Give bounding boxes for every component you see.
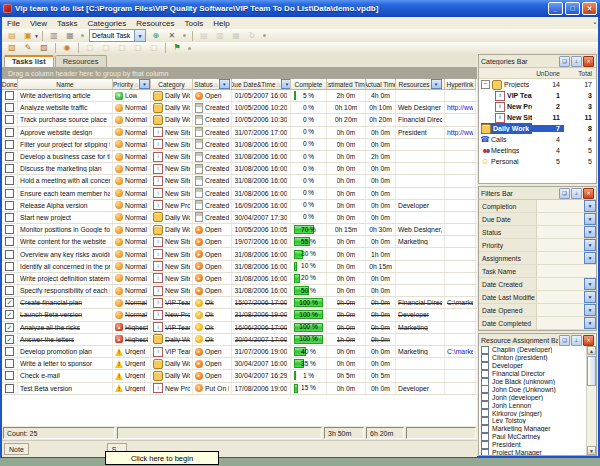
resource-checkbox[interactable] [481,385,489,393]
scroll-up-icon[interactable]: ▲ [587,346,596,355]
done-checkbox[interactable] [5,115,14,124]
menu-tasks[interactable]: Tasks [52,18,82,29]
group-by-bar[interactable]: Drag a column header here to group by th… [2,67,477,79]
filter-dropdown-icon[interactable]: ▼ [584,278,596,290]
done-checkbox[interactable]: ✓ [5,310,14,319]
table-row[interactable]: Ensure each team member has the skillsNo… [2,188,477,200]
resource-checkbox[interactable] [481,354,489,362]
resource-item[interactable]: Joe Black (unknown) [479,378,587,386]
category-item-projects[interactable]: −Projects1417 [479,79,596,90]
column-header-resources[interactable]: Resources▼ [396,79,445,90]
filter-value-field[interactable] [537,304,584,316]
done-checkbox[interactable] [5,91,14,100]
hyperlink[interactable]: http://www.todol [447,129,473,136]
filter-dropdown-icon[interactable]: ▼ [584,304,596,316]
done-checkbox[interactable] [5,274,14,283]
column-header-name[interactable]: Name [18,79,113,90]
menu-overflow-icon[interactable]: ▪ [594,20,596,26]
resource-checkbox[interactable] [481,346,489,354]
table-row[interactable]: Check e-mail!UrgentDaily Work▸Open30/04/… [2,370,477,382]
categories-pin-icon[interactable]: ⊥ [571,56,582,67]
table-row[interactable]: Track purchase source placeNormalDaily W… [2,114,477,126]
filter-dropdown-icon[interactable]: ▼ [431,79,442,89]
category-item-meetings[interactable]: ☻Meetings45 [479,145,596,156]
combo-dropdown-icon[interactable]: ▼ [134,30,145,41]
filter-value-field[interactable] [537,278,584,290]
edit-task-button[interactable]: ✎ [21,42,35,55]
done-checkbox[interactable] [5,347,14,356]
column-header-due-date-time[interactable]: Due Date&Time△▼ [232,79,291,90]
done-checkbox[interactable] [5,152,14,161]
done-checkbox[interactable] [5,140,14,149]
done-checkbox[interactable] [5,176,14,185]
table-row[interactable]: ✓Analyze all the risks▴HighestiVIP Team … [2,322,477,334]
table-row[interactable]: ✓Launch Beta versionNormaliNew Product L… [2,309,477,321]
table-row[interactable]: Overview any key risks avoiding detailsN… [2,248,477,260]
column-header-estimated-time[interactable]: Estimated Time [327,79,366,90]
scroll-down-icon[interactable]: ▼ [587,446,596,455]
table-row[interactable]: Filter your project for slipping tasksNo… [2,139,477,151]
table-row[interactable]: Discuss the marketing planNormaliNew Sit… [2,163,477,175]
table-row[interactable]: Test Beta version!UrgentiNew Product L∥P… [2,383,477,395]
dock-tab-note[interactable]: Note [4,443,29,455]
resource-item[interactable]: Paul McCartney [479,433,587,441]
filters-close-icon[interactable]: ✕ [583,188,594,199]
table-row[interactable]: Analyze website trafficNormalDaily WorkC… [2,102,477,114]
column-header-complete[interactable]: Complete [291,79,327,90]
view-task-button[interactable]: ◉ [60,42,74,55]
resource-item[interactable]: Lev Tolstoy [479,417,587,425]
resource-checkbox[interactable] [481,393,489,401]
filter-dropdown-icon[interactable]: ▼ [219,79,230,89]
filter-dropdown-icon[interactable]: ▼ [584,226,596,238]
menu-view[interactable]: View [25,18,52,29]
tab-resources[interactable]: Resources [55,55,107,67]
done-checkbox[interactable] [5,201,14,210]
close-button[interactable]: ✕ [582,2,597,15]
maximize-button[interactable]: □ [565,2,580,15]
open-dropdown-icon[interactable]: ▼ [34,33,39,39]
table-row[interactable]: Identify all concerned in the projectNor… [2,261,477,273]
task-type-combo[interactable]: Default Task▼ [89,29,146,42]
resource-item[interactable]: Jonh (developer) [479,393,587,401]
done-checkbox[interactable] [5,225,14,234]
column-header-category[interactable]: Category [151,79,193,90]
table-row[interactable]: Develop promotion plan!UrgentiVIP Team P… [2,346,477,358]
category-item-new-product[interactable]: iNew Product23 [479,101,596,112]
print-button[interactable]: ▥ [47,29,61,42]
column-header-done[interactable]: Done [2,79,18,90]
scroll-thumb[interactable] [587,356,596,386]
filter-dropdown-icon[interactable]: ▼ [584,291,596,303]
resource-checkbox[interactable] [481,425,489,433]
categories-close-icon[interactable]: ✕ [583,56,594,67]
filter-dropdown-icon[interactable]: ▼ [139,79,150,89]
resource-item[interactable]: John Doe (Unknown) [479,385,587,393]
table-row[interactable]: Write advertising article▾LowDaily Work▸… [2,90,477,102]
category-item-vip-team-pr[interactable]: iVIP Team Pr13 [479,90,596,101]
done-checkbox[interactable] [5,103,14,112]
table-row[interactable]: Release Alpha versionNormaliNew Product … [2,200,477,212]
minimize-button[interactable]: _ [548,2,563,15]
menu-tools[interactable]: Tools [179,18,208,29]
table-row[interactable]: Write content for the websiteNormaliNew … [2,236,477,248]
resource-item[interactable]: Clinton (president) [479,354,587,362]
done-checkbox[interactable] [5,189,14,198]
column-header-priority[interactable]: Priority△▼ [113,79,151,90]
menu-file[interactable]: File [2,18,25,29]
done-checkbox[interactable] [5,384,14,393]
filter-value-field[interactable] [537,265,596,277]
resource-checkbox[interactable] [481,417,489,425]
done-checkbox[interactable] [5,128,14,137]
table-row[interactable]: Monitor positions in Google for main key… [2,224,477,236]
open-file-button[interactable]: ▣ [21,29,35,42]
filter-value-field[interactable] [537,317,584,329]
category-item-personal[interactable]: ☺Personal55 [479,156,596,167]
resource-item[interactable]: Project Manager [479,449,587,455]
filters-restore-icon[interactable]: ❏ [559,188,570,199]
categories-restore-icon[interactable]: ❏ [559,56,570,67]
done-checkbox[interactable]: ✓ [5,323,14,332]
filter-value-field[interactable] [537,239,584,251]
done-checkbox[interactable]: ✓ [5,335,14,344]
resource-checkbox[interactable] [481,441,489,449]
resource-item[interactable]: Jonh Lennon [479,401,587,409]
resource-item[interactable]: Financial Director [479,370,587,378]
